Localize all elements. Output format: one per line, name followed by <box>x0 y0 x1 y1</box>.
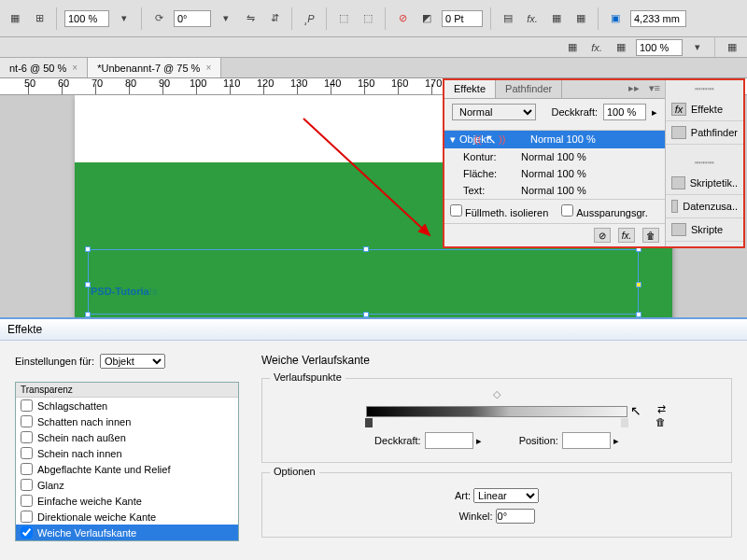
fx-list: Transparenz SchlagschattenSchatten nach … <box>15 382 239 541</box>
fx-item[interactable]: Einfache weiche Kante <box>16 493 238 509</box>
swap-icon[interactable]: ⇄ <box>657 403 666 415</box>
no-stroke-icon[interactable]: ⊘ <box>393 9 412 28</box>
opacity-label: Deckkraft: <box>551 106 598 118</box>
layer-item-flaeche[interactable]: Fläche:Normal 100 % <box>444 165 665 182</box>
dock-skripte[interactable]: Skripte <box>666 218 743 242</box>
dialog-right-title: Weiche Verlaufskante <box>261 354 732 367</box>
align-icon[interactable]: ▦ <box>6 9 24 28</box>
fx-item[interactable]: Weiche Verlaufskante <box>16 525 238 540</box>
app-toolbar: ▦ ⊞ ▾ ⟳ ▾ ⇋ ⇵ ¸P ⬚ ⬚ ⊘ ◩ ▤ fx. ▦ ▦ ▣ <box>0 0 747 37</box>
doc-tab-1[interactable]: nt-6 @ 50 % × <box>0 58 88 77</box>
fx-item[interactable]: Schatten nach innen <box>16 413 238 429</box>
text-frame-selection[interactable]: PSD-Tutorials <box>88 249 639 315</box>
cursor-icon: ↖ <box>486 132 497 147</box>
app-toolbar-2: ▦ fx. ▦ ▾ ▦ <box>0 37 747 58</box>
fx-item[interactable]: Direktionale weiche Kante <box>16 509 238 525</box>
canvas-text: PSD-Tutorials <box>91 248 640 306</box>
layer-item-kontur[interactable]: Kontur:Normal 100 % <box>444 148 665 165</box>
bounds-icon[interactable]: ▣ <box>606 9 625 28</box>
layer-item-text[interactable]: Text:Normal 100 % <box>444 182 665 199</box>
cursor-icon: ↖ <box>630 403 641 418</box>
gradient-bar[interactable]: ↖ ⇄ 🗑 <box>366 406 627 417</box>
misc-icon[interactable]: ▦ <box>612 38 630 57</box>
position-label: Position: <box>519 435 558 446</box>
measure-input[interactable] <box>630 10 686 27</box>
dropdown-icon[interactable]: ▾ <box>217 9 235 28</box>
panel-tabs: Effekte Pathfinder ▸▸ ▾≡ <box>444 80 665 99</box>
document-tabs: nt-6 @ 50 % × *Unbenannt-7 @ 75 % × <box>0 58 747 78</box>
dialog-title: Effekte <box>0 319 747 341</box>
svg-line-0 <box>303 119 430 235</box>
fx-item[interactable]: Schein nach innen <box>16 445 238 461</box>
gradient-legend: Verlaufspunkte <box>270 371 345 383</box>
tab-effekte[interactable]: Effekte <box>444 80 496 98</box>
para-icon[interactable]: ¸P <box>300 9 318 28</box>
dropdown-icon[interactable]: ▾ <box>688 38 707 57</box>
misc2-icon[interactable]: ▦ <box>723 38 741 57</box>
knockout-checkbox[interactable]: Aussparungsgr. <box>561 204 647 218</box>
settings-for-select[interactable]: Objekt <box>100 354 165 369</box>
fx2-icon[interactable]: ▦ <box>547 9 566 28</box>
winkel-label: Winkel: <box>458 511 492 522</box>
trash-icon[interactable]: 🗑 <box>642 228 659 243</box>
fx3-icon[interactable]: ▦ <box>571 9 590 28</box>
dropdown-icon[interactable]: ▸ <box>652 106 657 119</box>
flip-v-icon[interactable]: ⇵ <box>265 9 284 28</box>
tab-label: *Unbenannt-7 @ 75 % <box>97 63 200 74</box>
zoom-input[interactable] <box>64 10 109 27</box>
effects-panel: Effekte Pathfinder ▸▸ ▾≡ Normal Deckkraf… <box>443 78 745 248</box>
fx-icon-2[interactable]: fx. <box>587 38 606 57</box>
annotation-arrow <box>299 114 448 254</box>
deckkraft-label: Deckkraft: <box>374 435 421 446</box>
distribute-icon[interactable]: ⊞ <box>30 9 49 28</box>
panel-collapse-icon[interactable]: ▸▸ <box>624 80 644 98</box>
stroke-swap-icon[interactable]: ◩ <box>417 9 436 28</box>
fx-item[interactable]: Glanz <box>16 477 238 493</box>
dock-datenzusa[interactable]: Datenzusa.. <box>666 195 743 218</box>
stroke-input[interactable] <box>442 10 483 27</box>
deckkraft-input[interactable] <box>425 432 473 449</box>
dock-effekte[interactable]: fxEffekte <box>666 98 743 121</box>
fx-item[interactable]: Schein nach außen <box>16 429 238 445</box>
rotate-icon[interactable]: ⟳ <box>149 9 168 28</box>
wrap2-icon[interactable]: ⬚ <box>359 9 377 28</box>
rotation-input[interactable] <box>174 10 211 27</box>
fx-label-icon[interactable]: fx. <box>523 9 542 28</box>
dock: ┉┉┉ fxEffekte Pathfinder ┉┉┉ Skriptetik.… <box>665 80 743 246</box>
dock-skriptetik[interactable]: Skriptetik.. <box>666 172 743 195</box>
settings-for-label: Einstellungen für: <box>15 356 94 367</box>
position-input[interactable] <box>562 432 611 449</box>
gradient-stop-right[interactable] <box>621 418 628 427</box>
wrap-icon[interactable]: ⬚ <box>334 9 353 28</box>
layer-item-objekt[interactable]: ▾ Objekt: ↖ (( )) Normal 100 % <box>444 131 665 148</box>
dropdown-icon[interactable]: ▾ <box>115 9 134 28</box>
opacity-input[interactable] <box>636 39 683 56</box>
dock-grip-icon[interactable]: ┉┉┉ <box>666 80 743 98</box>
fx-item[interactable]: Abgeflachte Kante und Relief <box>16 461 238 477</box>
fx1-icon[interactable]: ▤ <box>499 9 517 28</box>
effects-dialog: Effekte Einstellungen für: Objekt Transp… <box>0 317 747 560</box>
tab-label: nt-6 @ 50 % <box>9 63 66 74</box>
clear-fx-icon[interactable]: ⊘ <box>594 228 611 243</box>
panel-opacity-input[interactable] <box>603 104 646 120</box>
doc-tab-2[interactable]: *Unbenannt-7 @ 75 % × <box>88 58 221 77</box>
fx-list-header: Transparenz <box>16 383 238 398</box>
close-icon[interactable]: × <box>72 63 78 73</box>
isolate-checkbox[interactable]: Füllmeth. isolieren <box>450 204 548 218</box>
group-icon[interactable]: ▦ <box>563 38 582 57</box>
close-icon[interactable]: × <box>205 63 211 73</box>
flip-h-icon[interactable]: ⇋ <box>241 9 260 28</box>
gradient-stop-left[interactable] <box>365 418 373 427</box>
art-select[interactable]: Linear <box>473 488 539 503</box>
tab-pathfinder[interactable]: Pathfinder <box>496 80 562 98</box>
fx-button-icon[interactable]: fx. <box>618 228 635 243</box>
winkel-input[interactable] <box>496 509 535 524</box>
dock-pathfinder[interactable]: Pathfinder <box>666 121 743 145</box>
panel-menu-icon[interactable]: ▾≡ <box>644 80 665 98</box>
dock-grip-icon[interactable]: ┉┉┉ <box>666 154 743 172</box>
trash-mini-icon[interactable]: 🗑 <box>655 416 666 427</box>
fx-item[interactable]: Schlagschatten <box>16 398 238 413</box>
blend-mode-select[interactable]: Normal <box>452 104 536 120</box>
options-legend: Optionen <box>270 466 319 477</box>
layer-list: ▾ Objekt: ↖ (( )) Normal 100 % Kontur:No… <box>444 130 665 199</box>
